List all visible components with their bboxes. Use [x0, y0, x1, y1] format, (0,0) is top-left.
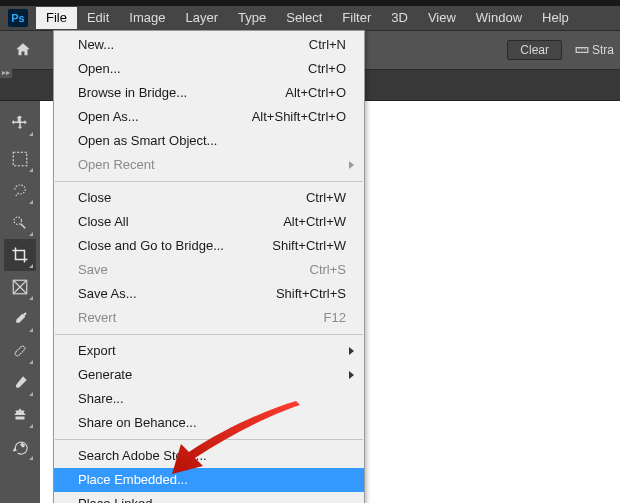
menu-item-label: Search Adobe Stock... — [78, 447, 346, 465]
tool-marquee[interactable] — [4, 143, 36, 175]
menu-item-export[interactable]: Export — [54, 339, 364, 363]
tool-crop[interactable] — [4, 239, 36, 271]
menu-window[interactable]: Window — [466, 7, 532, 29]
menu-item-save-as[interactable]: Save As...Shift+Ctrl+S — [54, 282, 364, 306]
menu-item-label: Save — [78, 261, 310, 279]
app-icon: Ps — [8, 9, 28, 27]
menu-item-shortcut: F12 — [324, 309, 346, 327]
menu-item-generate[interactable]: Generate — [54, 363, 364, 387]
menu-item-revert: RevertF12 — [54, 306, 364, 330]
menu-edit[interactable]: Edit — [77, 7, 119, 29]
svg-rect-9 — [14, 345, 26, 357]
menu-item-label: Revert — [78, 309, 324, 327]
menu-item-label: Browse in Bridge... — [78, 84, 285, 102]
menu-item-label: Open as Smart Object... — [78, 132, 346, 150]
menu-item-label: Open Recent — [78, 156, 346, 174]
menu-item-label: Save As... — [78, 285, 276, 303]
menu-item-label: Close — [78, 189, 306, 207]
menu-item-browse-in-bridge[interactable]: Browse in Bridge...Alt+Ctrl+O — [54, 81, 364, 105]
menu-file[interactable]: File — [36, 7, 77, 29]
straighten-icon — [574, 43, 590, 57]
menu-item-share[interactable]: Share... — [54, 387, 364, 411]
menu-layer[interactable]: Layer — [176, 7, 229, 29]
tool-quick-select[interactable] — [4, 207, 36, 239]
menu-item-place-embedded[interactable]: Place Embedded... — [54, 468, 364, 492]
straighten-option[interactable]: Stra — [574, 43, 614, 57]
menu-3d[interactable]: 3D — [381, 7, 418, 29]
menu-item-label: Share on Behance... — [78, 414, 346, 432]
svg-rect-4 — [13, 152, 27, 166]
straighten-label: Stra — [592, 43, 614, 57]
menu-item-shortcut: Shift+Ctrl+S — [276, 285, 346, 303]
menu-image[interactable]: Image — [119, 7, 175, 29]
menu-item-label: Close and Go to Bridge... — [78, 237, 272, 255]
menu-item-label: New... — [78, 36, 309, 54]
toolbox — [0, 101, 40, 503]
menu-item-close-and-go-to-bridge[interactable]: Close and Go to Bridge...Shift+Ctrl+W — [54, 234, 364, 258]
menu-item-open-as-smart-object[interactable]: Open as Smart Object... — [54, 129, 364, 153]
svg-point-5 — [14, 217, 22, 225]
menu-type[interactable]: Type — [228, 7, 276, 29]
tool-clone-stamp[interactable] — [4, 399, 36, 431]
menu-item-label: Generate — [78, 366, 346, 384]
expand-arrow-icon[interactable]: ▸▸ — [0, 68, 12, 78]
menu-item-shortcut: Alt+Ctrl+W — [283, 213, 346, 231]
menu-view[interactable]: View — [418, 7, 466, 29]
home-icon — [14, 41, 32, 59]
menu-item-label: Share... — [78, 390, 346, 408]
menu-item-close-all[interactable]: Close AllAlt+Ctrl+W — [54, 210, 364, 234]
tool-eyedropper[interactable] — [4, 303, 36, 335]
menu-item-shortcut: Ctrl+O — [308, 60, 346, 78]
menu-item-shortcut: Alt+Shift+Ctrl+O — [252, 108, 346, 126]
menu-item-open[interactable]: Open...Ctrl+O — [54, 57, 364, 81]
menu-item-open-recent: Open Recent — [54, 153, 364, 177]
menu-item-open-as[interactable]: Open As...Alt+Shift+Ctrl+O — [54, 105, 364, 129]
menu-item-shortcut: Alt+Ctrl+O — [285, 84, 346, 102]
menu-item-label: Export — [78, 342, 346, 360]
menu-item-save: SaveCtrl+S — [54, 258, 364, 282]
menu-item-shortcut: Shift+Ctrl+W — [272, 237, 346, 255]
tool-lasso[interactable] — [4, 175, 36, 207]
menu-item-shortcut: Ctrl+S — [310, 261, 346, 279]
menu-item-label: Open... — [78, 60, 308, 78]
menu-item-label: Place Embedded... — [78, 471, 346, 489]
menu-item-label: Place Linked... — [78, 495, 346, 503]
file-menu-dropdown: New...Ctrl+NOpen...Ctrl+OBrowse in Bridg… — [53, 30, 365, 503]
tool-move[interactable] — [4, 107, 36, 139]
clear-button[interactable]: Clear — [507, 40, 562, 60]
menu-item-search-adobe-stock[interactable]: Search Adobe Stock... — [54, 444, 364, 468]
menu-bar: Ps File Edit Image Layer Type Select Fil… — [0, 6, 620, 30]
tool-history-brush[interactable] — [4, 431, 36, 463]
menu-select[interactable]: Select — [276, 7, 332, 29]
menu-item-place-linked[interactable]: Place Linked... — [54, 492, 364, 503]
menu-item-close[interactable]: CloseCtrl+W — [54, 186, 364, 210]
menu-item-label: Open As... — [78, 108, 252, 126]
home-button[interactable] — [10, 37, 36, 63]
menu-filter[interactable]: Filter — [332, 7, 381, 29]
menu-item-shortcut: Ctrl+N — [309, 36, 346, 54]
tool-healing[interactable] — [4, 335, 36, 367]
menu-item-label: Close All — [78, 213, 283, 231]
tool-frame[interactable] — [4, 271, 36, 303]
menu-item-share-on-behance[interactable]: Share on Behance... — [54, 411, 364, 435]
tool-brush[interactable] — [4, 367, 36, 399]
menu-item-new[interactable]: New...Ctrl+N — [54, 33, 364, 57]
menu-help[interactable]: Help — [532, 7, 579, 29]
menu-item-shortcut: Ctrl+W — [306, 189, 346, 207]
